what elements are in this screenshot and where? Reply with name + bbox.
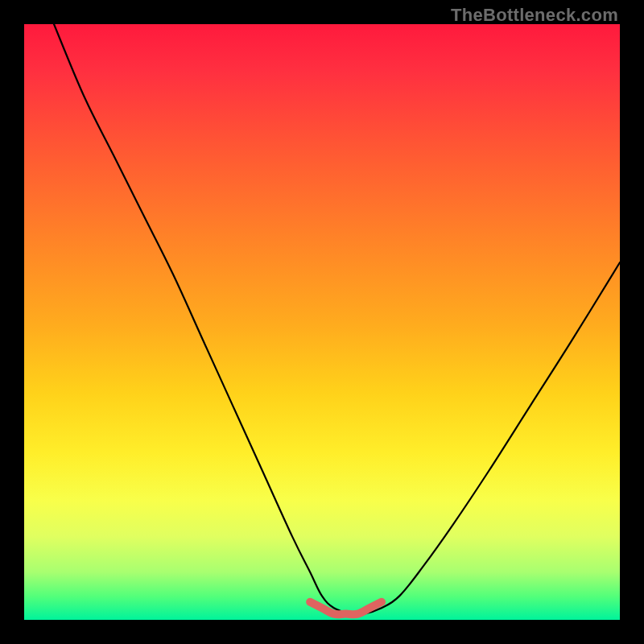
chart-svg [24, 24, 620, 620]
watermark-text: TheBottleneck.com [451, 5, 618, 26]
bottleneck-curve [54, 24, 620, 615]
